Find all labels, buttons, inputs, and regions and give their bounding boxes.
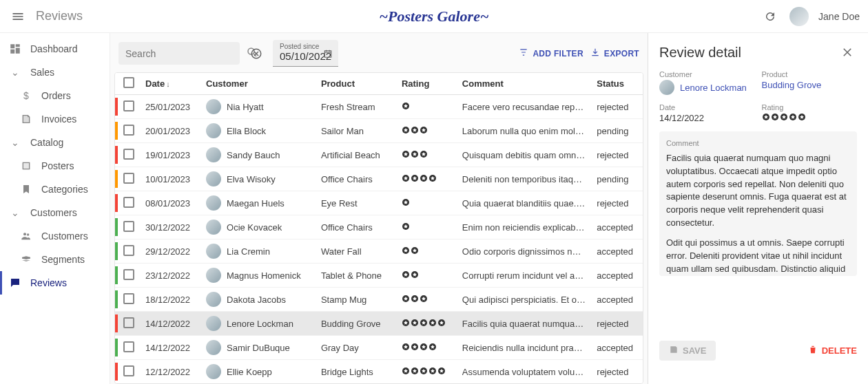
cell-status: accepted bbox=[591, 215, 643, 239]
cell-customer: Lenore Lockman bbox=[227, 319, 293, 329]
table-row[interactable]: 23/12/2022Magnus HomenickTablet & PhoneC… bbox=[115, 264, 643, 288]
cell-product: Office Chairs bbox=[316, 167, 396, 191]
delete-button[interactable]: DELETE bbox=[808, 345, 857, 356]
hamburger-icon[interactable] bbox=[8, 7, 28, 26]
nav-label: Dashboard bbox=[30, 43, 78, 54]
table-row[interactable]: 25/01/2023Nia HyattFresh StreamFacere ve… bbox=[115, 95, 643, 119]
row-checkbox[interactable] bbox=[123, 100, 134, 111]
row-checkbox[interactable] bbox=[123, 197, 134, 208]
export-button[interactable]: EXPORT bbox=[590, 47, 639, 59]
table-row[interactable]: 30/12/2022Ocie KovacekOffice ChairsEnim … bbox=[115, 215, 643, 239]
image-icon bbox=[19, 159, 33, 173]
nav-customers-section[interactable]: ⌄Customers bbox=[0, 201, 110, 224]
table-row[interactable]: 20/01/2023Ella BlockSailor ManLaborum nu… bbox=[115, 119, 643, 143]
list-pane: Posted since 05/10/2022 ADD FILTER EXPOR… bbox=[110, 33, 648, 384]
cell-date: 30/12/2022 bbox=[140, 215, 200, 239]
table-row[interactable]: 14/12/2022Lenore LockmanBudding GroveFac… bbox=[115, 312, 643, 336]
detail-product-link[interactable]: Budding Grove bbox=[762, 80, 858, 90]
posted-since-filter[interactable]: Posted since 05/10/2022 bbox=[273, 40, 338, 67]
table-row[interactable]: 29/12/2022Lia CreminWater FallOdio corpo… bbox=[115, 239, 643, 264]
cell-rating bbox=[396, 239, 457, 264]
refresh-icon[interactable] bbox=[761, 7, 780, 26]
detail-rating-label: Rating bbox=[762, 103, 858, 111]
customer-avatar bbox=[206, 268, 221, 283]
search-input[interactable] bbox=[118, 42, 240, 65]
star-icon bbox=[411, 295, 419, 303]
user-avatar[interactable] bbox=[789, 7, 809, 26]
cell-comment: Assumenda voluptatem voluptate… bbox=[457, 360, 591, 384]
close-icon[interactable] bbox=[838, 43, 857, 62]
nav-label: Categories bbox=[41, 184, 88, 195]
col-date[interactable]: Date↓ bbox=[140, 73, 200, 95]
table-row[interactable]: 10/01/2023Elva WisokyOffice ChairsDeleni… bbox=[115, 167, 643, 191]
col-status[interactable]: Status bbox=[591, 73, 643, 95]
row-checkbox[interactable] bbox=[123, 341, 134, 352]
nav-label: Posters bbox=[41, 160, 74, 171]
nav-dashboard[interactable]: Dashboard bbox=[0, 37, 110, 61]
detail-customer-link[interactable]: Lenore Lockman bbox=[680, 83, 747, 93]
star-icon bbox=[402, 246, 410, 255]
row-checkbox[interactable] bbox=[123, 245, 134, 256]
cell-comment: Facere vero recusandae repellend… bbox=[457, 95, 591, 119]
row-checkbox[interactable] bbox=[123, 269, 134, 280]
cell-date: 08/01/2023 bbox=[140, 191, 200, 215]
cell-customer: Sandy Bauch bbox=[227, 150, 280, 160]
row-checkbox[interactable] bbox=[123, 173, 134, 184]
cell-comment: Enim non reiciendis explicabo expl… bbox=[457, 215, 591, 239]
nav-orders[interactable]: $Orders bbox=[0, 84, 110, 107]
table-row[interactable]: 08/01/2023Maegan HuelsEye RestQuia quaer… bbox=[115, 191, 643, 215]
table-row[interactable]: 14/12/2022Samir DuBuqueGray DayReiciendi… bbox=[115, 336, 643, 360]
cell-rating bbox=[396, 191, 457, 215]
nav-label: Customers bbox=[41, 231, 88, 242]
col-rating[interactable]: Rating bbox=[396, 73, 457, 95]
col-customer[interactable]: Customer bbox=[200, 73, 316, 95]
star-icon bbox=[411, 270, 419, 279]
clear-filter-icon[interactable] bbox=[247, 44, 266, 63]
nav-customers[interactable]: Customers bbox=[0, 224, 110, 248]
cell-comment: Qui adipisci perspiciatis. Et odit lib… bbox=[457, 288, 591, 312]
nav-categories[interactable]: Categories bbox=[0, 178, 110, 201]
star-icon bbox=[420, 150, 428, 158]
detail-title: Review detail bbox=[659, 45, 741, 61]
cell-customer: Ocie Kovacek bbox=[227, 222, 282, 233]
cell-rating bbox=[396, 360, 457, 384]
star-icon bbox=[402, 367, 410, 375]
star-icon bbox=[402, 198, 410, 206]
nav-posters[interactable]: Posters bbox=[0, 154, 110, 178]
cell-date: 23/12/2022 bbox=[140, 264, 200, 288]
col-product[interactable]: Product bbox=[316, 73, 396, 95]
search-field[interactable] bbox=[125, 48, 246, 59]
table-row[interactable]: 19/01/2023Sandy BauchArtificial BeachQui… bbox=[115, 143, 643, 167]
nav-catalog[interactable]: ⌄Catalog bbox=[0, 131, 110, 154]
detail-comment[interactable]: Comment Facilis quia quaerat numquam quo… bbox=[659, 131, 857, 276]
nav-sales[interactable]: ⌄Sales bbox=[0, 61, 110, 84]
customer-avatar bbox=[206, 244, 221, 259]
row-checkbox[interactable] bbox=[123, 221, 134, 232]
invoice-icon bbox=[19, 112, 33, 126]
dashboard-icon bbox=[8, 42, 22, 56]
table-row[interactable]: 18/12/2022Dakota JacobsStamp MugQui adip… bbox=[115, 288, 643, 312]
row-checkbox[interactable] bbox=[123, 317, 134, 328]
save-button[interactable]: SAVE bbox=[659, 341, 716, 361]
brand-logo: ~Posters Galore~ bbox=[380, 8, 489, 25]
row-checkbox[interactable] bbox=[123, 293, 134, 304]
nav-label: Customers bbox=[30, 207, 77, 218]
cell-status: pending bbox=[591, 119, 643, 143]
nav-invoices[interactable]: Invoices bbox=[0, 107, 110, 131]
row-checkbox[interactable] bbox=[123, 125, 134, 136]
add-filter-button[interactable]: ADD FILTER bbox=[519, 47, 583, 59]
user-name: Jane Doe bbox=[818, 11, 860, 22]
cell-rating bbox=[396, 167, 457, 191]
col-comment[interactable]: Comment bbox=[457, 73, 591, 95]
star-icon bbox=[420, 174, 428, 182]
table-row[interactable]: 12/12/2022Ellie KoeppBridge LightsAssume… bbox=[115, 360, 643, 384]
select-all-checkbox[interactable] bbox=[123, 77, 134, 88]
star-icon bbox=[402, 150, 410, 158]
calendar-icon bbox=[323, 49, 333, 61]
sort-desc-icon: ↓ bbox=[166, 80, 170, 88]
nav-reviews[interactable]: Reviews bbox=[0, 271, 110, 295]
row-checkbox[interactable] bbox=[123, 365, 134, 376]
detail-customer-label: Customer bbox=[659, 70, 755, 78]
row-checkbox[interactable] bbox=[123, 149, 134, 160]
nav-segments[interactable]: Segments bbox=[0, 248, 110, 271]
